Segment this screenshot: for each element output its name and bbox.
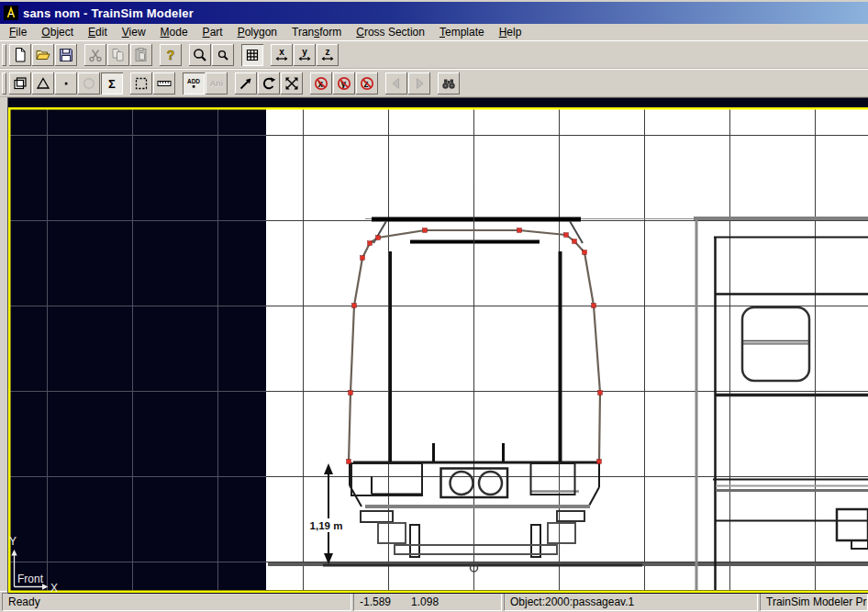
status-message: Ready xyxy=(2,593,351,611)
control-point[interactable] xyxy=(352,304,357,308)
open-button[interactable] xyxy=(32,44,54,66)
lock-x-button[interactable]: x xyxy=(310,72,332,95)
cursor-coordinates: -1.589 1.098 xyxy=(353,593,502,611)
find-button[interactable] xyxy=(438,72,460,95)
no-axis-icon: z xyxy=(359,75,375,92)
menu-item-cross-section[interactable]: Cross Section xyxy=(349,25,432,40)
cut-button xyxy=(84,44,106,66)
toolbar-separator xyxy=(430,83,437,84)
toolbar-separator xyxy=(123,83,129,84)
lock-z-button[interactable]: z xyxy=(356,72,378,95)
toolbar-separator xyxy=(182,55,188,56)
menu-item-edit[interactable]: Edit xyxy=(81,25,115,40)
new-button[interactable] xyxy=(9,44,31,66)
control-point[interactable] xyxy=(573,239,577,244)
toolbar-grip[interactable] xyxy=(2,44,6,66)
axis-arrow-icon: z xyxy=(319,47,336,63)
app-edition: TrainSim Modeler Pro xyxy=(760,593,868,611)
svg-text:y: y xyxy=(302,47,307,57)
menu-item-file[interactable]: File xyxy=(2,25,34,40)
control-point[interactable] xyxy=(592,304,596,308)
toolbar-tools: ΣADDAniAnixyz xyxy=(0,69,868,97)
canvas-svg[interactable]: 1,19 mYFrontX xyxy=(7,97,868,594)
magnifier-small-icon xyxy=(215,47,231,63)
toolbar-separator xyxy=(228,83,234,84)
cross-section-tool-button[interactable]: Σ xyxy=(101,72,123,95)
rotate-arrow-icon xyxy=(261,75,277,92)
cursor-y-value: 1.098 xyxy=(411,595,439,608)
control-point[interactable] xyxy=(349,391,353,395)
x-axis-button[interactable]: x xyxy=(271,44,293,66)
zoom-in-button[interactable] xyxy=(189,44,211,66)
control-point[interactable] xyxy=(564,233,569,238)
y-axis-button[interactable]: y xyxy=(294,44,316,66)
menu-item-mode[interactable]: Mode xyxy=(153,25,195,40)
view-name-label: Front xyxy=(17,573,44,585)
paste-button xyxy=(130,44,152,66)
control-point[interactable] xyxy=(347,460,351,464)
app-edition-text: TrainSim Modeler Pro xyxy=(766,595,868,608)
ruler-icon xyxy=(156,75,172,92)
menu-item-template[interactable]: Template xyxy=(432,25,492,40)
viewport-canvas[interactable]: 1,19 mYFrontX xyxy=(7,97,868,591)
toolbar-separator xyxy=(175,83,182,84)
copy-pages-icon xyxy=(110,47,127,63)
scissors-icon xyxy=(87,47,104,63)
next-button xyxy=(408,72,430,95)
scale-tool-button[interactable] xyxy=(281,72,303,95)
point-tool-button[interactable] xyxy=(55,72,77,95)
canvas-left-frame xyxy=(0,97,7,591)
titlebar[interactable]: sans nom - TrainSim Modeler xyxy=(0,2,868,24)
lock-y-button[interactable]: y xyxy=(333,72,355,95)
app-icon xyxy=(4,6,18,20)
open-folder-icon xyxy=(35,47,51,63)
control-point[interactable] xyxy=(583,250,587,255)
z-axis-button[interactable]: z xyxy=(317,44,339,66)
triangle-tool-button[interactable] xyxy=(32,72,54,95)
measure-tool-button[interactable] xyxy=(153,72,175,95)
binoculars-icon xyxy=(440,75,457,92)
toolbar-separator xyxy=(263,55,270,56)
box-tool-button[interactable] xyxy=(9,72,31,95)
grid-toggle-button[interactable] xyxy=(241,44,263,66)
move-tool-button[interactable] xyxy=(235,72,257,95)
control-point[interactable] xyxy=(376,236,381,240)
axis-arrow-icon: x xyxy=(273,47,290,63)
triangle-icon xyxy=(35,75,51,92)
menu-item-object[interactable]: Object xyxy=(34,25,81,40)
toolbar-separator xyxy=(234,55,240,56)
menu-item-transform[interactable]: Transform xyxy=(284,25,349,40)
help-question-icon: ? xyxy=(162,47,179,63)
window-title: sans nom - TrainSim Modeler xyxy=(23,6,194,20)
menu-item-view[interactable]: View xyxy=(115,25,153,40)
rotate-tool-button[interactable] xyxy=(258,72,280,95)
scale-arrows-icon xyxy=(284,75,300,92)
control-point[interactable] xyxy=(423,228,428,233)
control-point[interactable] xyxy=(361,256,365,261)
sigma-icon: Σ xyxy=(104,75,120,92)
menu-item-polygon[interactable]: Polygon xyxy=(230,25,284,40)
menu-item-part[interactable]: Part xyxy=(195,25,230,40)
toolbar-separator xyxy=(77,55,83,56)
toolbar-standard: ?xyz xyxy=(0,40,868,69)
grid-icon xyxy=(244,47,261,63)
move-arrow-icon xyxy=(238,75,254,92)
toolbar-separator xyxy=(378,83,384,84)
arrow-right-icon xyxy=(411,75,428,92)
zoom-out-button[interactable] xyxy=(212,44,234,66)
menu-item-help[interactable]: Help xyxy=(492,25,529,40)
toolbar-grip[interactable] xyxy=(2,72,6,95)
control-point[interactable] xyxy=(598,391,603,395)
canvas-row: 1,19 mYFrontX xyxy=(0,97,868,591)
save-button[interactable] xyxy=(55,44,77,66)
add-point-button[interactable]: ADD xyxy=(183,72,205,95)
control-point[interactable] xyxy=(368,241,373,246)
paste-clipboard-icon xyxy=(133,47,150,63)
help-button[interactable]: ? xyxy=(160,44,182,66)
select-tool-button[interactable] xyxy=(130,72,152,95)
cursor-x-value: -1.589 xyxy=(360,595,391,608)
svg-text:Ani: Ani xyxy=(210,79,224,88)
control-point[interactable] xyxy=(517,228,522,233)
save-floppy-icon xyxy=(58,47,74,63)
control-point[interactable] xyxy=(597,460,602,464)
